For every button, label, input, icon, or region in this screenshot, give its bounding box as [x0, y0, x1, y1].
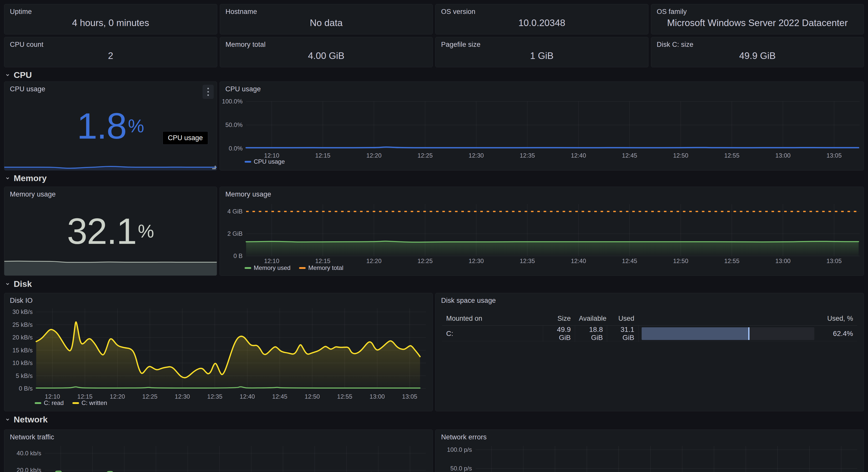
stat-panel-cpu-count: CPU count 2	[4, 37, 217, 67]
stat-panel-memory-total: Memory total 4.00 GiB	[220, 37, 433, 67]
memory-usage-unit: %	[138, 221, 154, 242]
svg-text:12:25: 12:25	[417, 258, 433, 264]
svg-text:13:00: 13:00	[775, 152, 790, 159]
panel-title: Disk space usage	[441, 297, 496, 305]
section-header-cpu[interactable]: CPU	[5, 70, 864, 79]
legend-series-marker	[299, 267, 306, 269]
svg-text:12:50: 12:50	[673, 152, 688, 159]
cell-size: 49.9 GiB	[543, 326, 575, 342]
stat-panel-pagefile-size: Pagefile size 1 GiB	[435, 37, 648, 67]
network-errors-chart[interactable]: 50.0 p/s100.0 p/s	[436, 430, 864, 472]
svg-text:12:15: 12:15	[315, 258, 331, 264]
svg-text:4 GiB: 4 GiB	[227, 208, 243, 215]
svg-text:12:45: 12:45	[622, 152, 637, 159]
legend-item[interactable]: C: read	[35, 399, 64, 406]
svg-text:12:55: 12:55	[337, 393, 352, 400]
panel-title: Network errors	[441, 433, 487, 441]
svg-text:2 GiB: 2 GiB	[227, 230, 243, 237]
svg-text:12:50: 12:50	[673, 258, 688, 264]
section-label: Network	[14, 414, 48, 425]
disk-space-table: Mounted on Size Available Used Used, % C…	[442, 312, 857, 341]
section-label: CPU	[14, 70, 32, 80]
svg-text:13:00: 13:00	[775, 258, 790, 264]
panel-menu-kebab-icon[interactable]	[203, 85, 214, 99]
stat-panel-uptime: Uptime 4 hours, 0 minutes	[4, 4, 217, 34]
svg-text:13:05: 13:05	[827, 152, 842, 159]
svg-text:12:45: 12:45	[272, 393, 287, 400]
resize-handle-icon[interactable]	[211, 165, 216, 169]
cell-usage-bar	[638, 326, 815, 342]
table-row: C: 49.9 GiB 18.8 GiB 31.1 GiB 62.4%	[442, 326, 857, 341]
disk-io-chart[interactable]: 12:1012:1512:2012:2512:3012:3512:4012:45…	[4, 293, 432, 411]
panel-title: Disk IO	[10, 297, 33, 305]
legend-item[interactable]: CPU usage	[245, 158, 285, 165]
section-header-disk[interactable]: Disk	[5, 279, 864, 289]
column-header-available[interactable]: Available	[575, 315, 607, 323]
memory-usage-value: 32.1	[67, 213, 136, 250]
stats-row-1: Uptime 4 hours, 0 minutes Hostname No da…	[4, 4, 864, 34]
legend-item[interactable]: Memory used	[245, 264, 290, 271]
cpu-row: CPU usage 1.8 % CPU usage CPU usage 12:1…	[4, 81, 864, 170]
memory-series-line	[246, 241, 859, 242]
chevron-down-icon	[5, 72, 11, 78]
legend-series-marker	[35, 402, 41, 404]
svg-text:0 B: 0 B	[234, 252, 243, 259]
chevron-down-icon	[5, 175, 11, 181]
panel-title: OS version	[441, 8, 475, 16]
disk-io-chart-panel: Disk IO 12:1012:1512:2012:2512:3012:3512…	[4, 293, 433, 411]
disk-row: Disk IO 12:1012:1512:2012:2512:3012:3512…	[4, 293, 864, 411]
legend-series-marker	[245, 161, 251, 163]
legend-series-label: C: read	[44, 399, 64, 406]
section-header-memory[interactable]: Memory	[5, 173, 864, 182]
svg-text:12:20: 12:20	[366, 258, 381, 264]
chart-legend: Memory usedMemory total	[245, 264, 343, 271]
cpu-usage-chart[interactable]: 12:1012:1512:2012:2512:3012:3512:4012:45…	[220, 82, 864, 170]
legend-item[interactable]: Memory total	[299, 264, 343, 271]
svg-text:40.0 kb/s: 40.0 kb/s	[17, 450, 41, 457]
legend-item[interactable]: C: written	[72, 399, 107, 406]
panel-title: Memory usage	[225, 191, 271, 198]
stat-value: Microsoft Windows Server 2022 Datacenter	[667, 18, 848, 28]
column-header-mounted-on[interactable]: Mounted on	[442, 315, 543, 323]
column-header-size[interactable]: Size	[543, 315, 575, 323]
legend-series-label: CPU usage	[254, 158, 285, 165]
svg-text:12:10: 12:10	[264, 258, 279, 264]
svg-text:12:55: 12:55	[724, 258, 739, 264]
memory-usage-chart-panel: Memory usage 12:1012:1512:2012:2512:3012…	[220, 187, 864, 276]
net_traffic-series-line	[45, 471, 423, 472]
memory-usage-chart[interactable]: 12:1012:1512:2012:2512:3012:3512:4012:45…	[220, 187, 864, 275]
panel-title: CPU usage	[10, 85, 45, 93]
svg-text:100.0 p/s: 100.0 p/s	[447, 446, 472, 453]
column-header-used-pct[interactable]: Used, %	[815, 315, 857, 323]
cpu-usage-gauge-panel: CPU usage 1.8 % CPU usage	[4, 81, 217, 170]
stat-value: 10.0.20348	[518, 18, 565, 28]
svg-text:50.0 p/s: 50.0 p/s	[451, 465, 472, 472]
svg-text:12:45: 12:45	[622, 258, 637, 264]
memory-sparkline	[4, 260, 217, 275]
disk-usage-bar-fill	[642, 327, 749, 340]
panel-title: Uptime	[10, 8, 32, 16]
network-errors-chart-panel: Network errors 50.0 p/s100.0 p/s	[435, 430, 864, 472]
section-header-network[interactable]: Network	[5, 415, 864, 424]
cpu-usage-value: 1.8	[77, 108, 127, 144]
svg-text:10 kB/s: 10 kB/s	[12, 360, 33, 366]
svg-text:0.0%: 0.0%	[229, 145, 243, 152]
svg-text:12:30: 12:30	[469, 258, 484, 264]
stat-panel-os-family: OS family Microsoft Windows Server 2022 …	[651, 4, 864, 34]
stat-value: 4 hours, 0 minutes	[72, 18, 149, 28]
section-label: Disk	[14, 279, 32, 289]
cpu-usage-hover-label: CPU usage	[162, 131, 208, 145]
column-header-used[interactable]: Used	[607, 315, 638, 323]
chart-legend: CPU usage	[245, 158, 285, 165]
network-traffic-chart-panel: Network traffic 20.0 kb/s40.0 kb/s	[4, 430, 433, 472]
svg-text:12:20: 12:20	[366, 152, 381, 159]
panel-title: CPU usage	[225, 85, 261, 93]
memory-row: Memory usage 32.1 % Memory usage 12:1012…	[4, 187, 864, 276]
memory-usage-gauge-panel: Memory usage 32.1 %	[4, 187, 217, 276]
svg-text:12:40: 12:40	[240, 393, 255, 400]
stats-row-2: CPU count 2 Memory total 4.00 GiB Pagefi…	[4, 37, 864, 67]
legend-series-label: C: written	[82, 399, 107, 406]
network-traffic-chart[interactable]: 20.0 kb/s40.0 kb/s	[4, 430, 432, 472]
cpu-sparkline	[4, 165, 217, 170]
svg-text:12:20: 12:20	[110, 393, 125, 400]
